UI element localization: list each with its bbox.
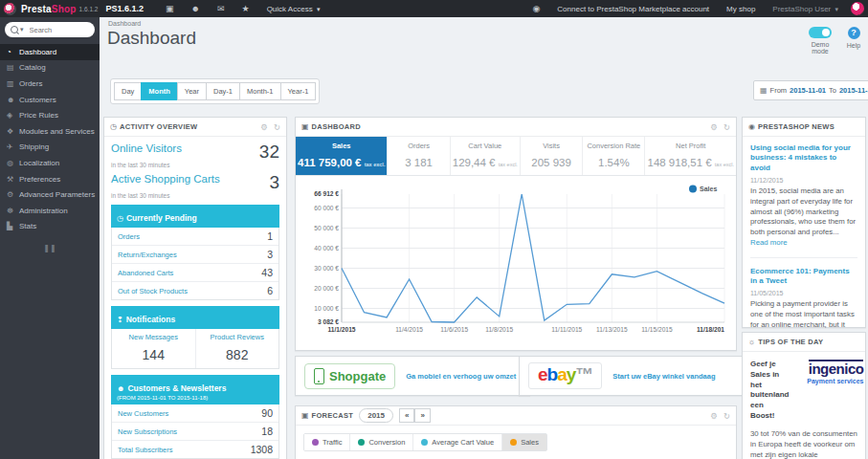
notification-column: Product Reviews 882 <box>195 329 279 368</box>
currently-pending-table: Orders 1 Return/Exchanges 3 Abandoned Ca… <box>111 228 279 300</box>
chevron-down-icon: ▾ <box>835 6 838 12</box>
news-article-title[interactable]: Using social media for your business: 4 … <box>750 143 857 173</box>
tips-header: ☼ TIPS OF THE DAY <box>743 333 865 352</box>
gear-icon[interactable]: ⚙ <box>710 411 718 421</box>
svg-text:40 000 €: 40 000 € <box>314 245 339 251</box>
sidebar-item-orders[interactable]: ▥ Orders <box>0 76 100 92</box>
shopgate-link[interactable]: Ga mobiel en verhoog uw omzet <box>406 372 516 381</box>
range-button-day-1[interactable]: Day-1 <box>206 82 239 100</box>
svg-text:66 912 €: 66 912 € <box>314 190 339 197</box>
sidebar-item-localization[interactable]: ◍ Localization <box>0 155 100 171</box>
range-button-year-1[interactable]: Year-1 <box>280 82 317 100</box>
forecast-panel: ▣ FORECAST 2015 « » ⚙↻ Traffic Conversio… <box>295 405 737 459</box>
chevron-down-icon: ▾ <box>317 6 321 12</box>
read-more-link[interactable]: Read more <box>750 238 788 247</box>
trophy-icon[interactable]: ★ <box>242 4 250 13</box>
kpi-tab-visits[interactable]: Visits 205 939 <box>520 137 582 175</box>
forecast-legend-conversion[interactable]: Conversion <box>349 434 412 450</box>
column-value: 144 <box>114 347 193 362</box>
gear-icon[interactable]: ⚙ <box>710 122 718 132</box>
svg-text:50 000 €: 50 000 € <box>314 225 339 231</box>
brand-name: PrestaShop <box>21 4 77 14</box>
refresh-icon[interactable]: ↻ <box>274 122 280 132</box>
lightbulb-icon: ☼ <box>748 338 755 346</box>
sidebar-item-stats[interactable]: ▙ Stats <box>0 219 100 235</box>
row-label-link[interactable]: New Customers <box>118 409 168 418</box>
notification-column: New Messages 144 <box>112 329 195 368</box>
gear-icon[interactable]: ⚙ <box>260 122 268 132</box>
bell-icon: ❢ <box>117 316 123 324</box>
range-button-day[interactable]: Day <box>114 82 141 100</box>
sidebar-item-dashboard[interactable]: ◔ Dashboard <box>0 44 100 60</box>
sidebar-collapse-icon[interactable]: ❚❚ <box>0 244 100 252</box>
kpi-tab-conversion-rate[interactable]: Conversion Rate 1.54% <box>582 137 644 175</box>
range-button-year[interactable]: Year <box>177 82 206 100</box>
sidebar-item-price-rules[interactable]: ◈ Price Rules <box>0 107 100 123</box>
search-input[interactable] <box>28 25 84 35</box>
sidebar-item-shipping[interactable]: ✈ Shipping <box>0 140 100 156</box>
date-range-picker[interactable]: ▦ From2015-11-01 To2015-11-18 ▾ <box>753 80 868 100</box>
kpi-tab-cart-value[interactable]: Cart Value 129,44 € tax excl. <box>450 137 520 175</box>
forecast-legend-traffic[interactable]: Traffic <box>304 434 349 450</box>
news-article-title[interactable]: Ecommerce 101: Payments in a Tweet <box>750 267 857 287</box>
svg-text:11/1/2015: 11/1/2015 <box>328 326 356 333</box>
online-visitors-link[interactable]: Online Visitors <box>111 142 182 154</box>
range-button-month[interactable]: Month <box>141 82 177 100</box>
profile-icon[interactable]: ☻ <box>191 4 200 13</box>
ebay-banner[interactable]: ebay™ Start uw eBay winkel vandaag <box>519 356 754 396</box>
kpi-tab-sales[interactable]: Sales 411 759,00 € tax excl. <box>296 137 387 175</box>
row-label-link[interactable]: New Subscriptions <box>118 427 177 436</box>
sidebar-item-modules-and-services[interactable]: ❖ Modules and Services <box>0 123 100 140</box>
marketplace-link[interactable]: Connect to PrestaShop Marketplace accoun… <box>557 5 709 13</box>
row-label-link[interactable]: Return/Exchanges <box>118 251 177 259</box>
chevron-down-icon[interactable]: ▾ <box>20 26 24 33</box>
refresh-icon[interactable]: ↻ <box>723 411 730 421</box>
forecast-legend-sales[interactable]: Sales <box>501 434 546 450</box>
column-label-link[interactable]: Product Reviews <box>198 333 278 341</box>
row-label-link[interactable]: Abandoned Carts <box>118 269 173 277</box>
row-label-link[interactable]: Out of Stock Products <box>118 287 188 295</box>
sidebar-item-catalog[interactable]: ▤ Catalog <box>0 60 100 76</box>
next-year-button[interactable]: » <box>414 408 430 423</box>
quick-access-menu[interactable]: Quick Access ▾ <box>267 5 321 13</box>
refresh-icon[interactable]: ↻ <box>723 122 730 132</box>
active-carts-link[interactable]: Active Shopping Carts <box>111 173 220 185</box>
sidebar-item-preferences[interactable]: ⚒ Preferences <box>0 171 100 187</box>
table-row: Abandoned Carts 43 <box>112 263 278 281</box>
news-header: ◉ PRESTASHOP NEWS <box>743 118 865 137</box>
shipping-icon: ✈ <box>7 142 19 151</box>
row-label-link[interactable]: Orders <box>118 232 140 241</box>
forecast-year-selector[interactable]: 2015 <box>359 408 393 423</box>
sidebar-item-administration[interactable]: ☸ Administration <box>0 203 100 219</box>
svg-text:11/13/2015: 11/13/2015 <box>596 326 628 333</box>
user-menu[interactable]: PrestaShop User ▾ <box>772 5 838 13</box>
sidebar-item-customers[interactable]: ☻ Customers <box>0 92 100 108</box>
svg-text:20 000 €: 20 000 € <box>314 285 339 292</box>
sidebar-item-label: Localization <box>19 159 59 167</box>
customers-newsletters-table: New Customers 90 New Subscriptions 18 To… <box>111 404 279 459</box>
row-value: 1 <box>267 230 273 242</box>
mail-icon[interactable]: ✉ <box>217 4 225 13</box>
forecast-legend-average-cart-value[interactable]: Average Cart Value <box>412 434 501 450</box>
user-avatar[interactable] <box>851 2 864 15</box>
sidebar-item-advanced-parameters[interactable]: ⚙ Advanced Parameters <box>0 186 100 203</box>
kpi-tab-net-profit[interactable]: Net Profit 148 918,51 € tax excl. <box>644 137 736 175</box>
column-label-link[interactable]: New Messages <box>114 333 193 341</box>
tip-body: 30 tot 70% van de consumenten in Europa … <box>750 428 857 459</box>
shopgate-banner[interactable]: Shopgate Ga mobiel en verhoog uw omzet <box>295 356 530 396</box>
kpi-tab-orders[interactable]: Orders 3 181 <box>387 137 449 175</box>
demo-mode-toggle[interactable] <box>809 27 832 38</box>
series-dot-icon <box>312 439 319 446</box>
active-carts-sub: in the last 30 minutes <box>111 192 279 199</box>
help-icon[interactable]: ? <box>848 27 860 39</box>
previous-year-button[interactable]: « <box>399 408 414 423</box>
ebay-logo: ebay™ <box>528 362 602 389</box>
prestashop-logo[interactable] <box>4 3 16 15</box>
news-article-date: 11/12/2015 <box>750 177 857 184</box>
range-button-month-1[interactable]: Month-1 <box>239 82 280 100</box>
ebay-link[interactable]: Start uw eBay winkel vandaag <box>612 372 715 381</box>
dashboard-panel: ▣ DASHBOARD ⚙↻ Sales 411 759,00 € tax ex… <box>295 117 737 351</box>
my-shop-link[interactable]: My shop <box>726 5 755 13</box>
cart-icon[interactable]: ▣ <box>166 4 174 13</box>
row-label-link[interactable]: Total Subscribers <box>118 446 173 454</box>
